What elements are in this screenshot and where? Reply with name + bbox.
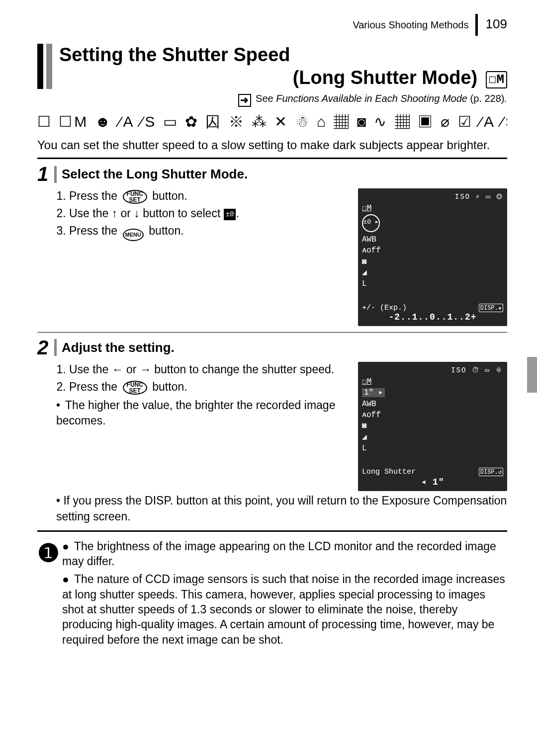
mode-icon: ☐M — [486, 71, 507, 88]
side-tab — [527, 357, 537, 393]
lcd-side-icons: ☐M ±0 ▸ AWB ᴀoff ◙ ◢ L — [362, 203, 503, 289]
cross-reference: ➜ See Functions Available in Each Shooti… — [37, 93, 507, 107]
lcd-footer-label: Long Shutter — [362, 468, 416, 476]
right-arrow-icon: → — [140, 363, 151, 376]
title-line2: (Long Shutter Mode) — [293, 67, 477, 88]
lcd-scale: -2..1..0..1..2+ — [362, 312, 503, 322]
substep: Press the FUNCSET button. — [69, 379, 349, 395]
step-title: Select the Long Shutter Mode. — [62, 167, 248, 182]
caution-block: ❶ The brightness of the image appearing … — [37, 539, 507, 651]
func-set-button-icon: FUNCSET — [123, 190, 147, 204]
disp-badge: DISP.↺ — [479, 468, 503, 476]
lcd-scale: ◂ 1" — [362, 476, 503, 487]
substep: Press the MENU button. — [69, 223, 349, 241]
caution-item: The nature of CCD image sensors is such … — [62, 572, 507, 647]
menu-button-icon: MENU — [123, 229, 144, 241]
substep: Use the ↑ or ↓ button to select ±0. — [69, 206, 349, 221]
arrow-icon: ➜ — [238, 94, 251, 107]
caution-icon: ❶ — [37, 539, 62, 651]
note-bullet: • If you press the DISP. button at this … — [56, 493, 507, 524]
left-arrow-icon: ← — [112, 363, 123, 376]
disp-badge: DISP.★ — [479, 304, 503, 312]
page-title: Setting the Shutter Speed (Long Shutter … — [59, 44, 507, 89]
ref-prefix: See — [256, 93, 273, 104]
step-accent — [54, 339, 57, 356]
step-text: Press the FUNCSET button. Use the ↑ or ↓… — [37, 188, 349, 326]
running-header: Various Shooting Methods 109 — [37, 15, 507, 37]
lcd-screenshot-2: ISO ⏱ ▭ ⏣ ☐M 1" ▸ AWB ᴀoff ◙ ◢ L DISP.↺ … — [358, 362, 507, 492]
lcd-top-icons: ISO ⏱ ▭ ⏣ — [362, 366, 503, 374]
up-arrow-icon: ↑ — [112, 207, 118, 220]
down-arrow-icon: ↓ — [134, 207, 140, 220]
section-name: Various Shooting Methods — [353, 19, 468, 30]
step-2: 2 Adjust the setting. Use the ← or → but… — [37, 333, 507, 532]
title-accent-bar — [37, 44, 43, 89]
substep: Press the FUNCSET button. — [69, 188, 349, 204]
step-number: 1 — [37, 163, 54, 185]
step-accent — [54, 166, 57, 183]
lcd-footer-label: +/- (Exp.) — [362, 304, 407, 312]
step-number: 2 — [37, 336, 54, 359]
title-line1: Setting the Shutter Speed — [59, 44, 290, 65]
lcd-top-icons: ISO ⚡ ▭ ⏣ — [362, 192, 503, 201]
note-bullet: The higher the value, the brighter the r… — [56, 398, 349, 428]
lcd-highlight-circle: ±0 ▸ — [362, 214, 380, 232]
caution-item: The brightness of the image appearing on… — [62, 539, 507, 569]
mode-icon-strip: ☐ ☐M ☻ ⁄A ⁄S ▭ ✿ 囚 ※ ⁂ ✕ ☃ ⌂ ▦ ◙ ∿ ▦ ▣ ⌀… — [37, 112, 507, 132]
func-set-button-icon: FUNCSET — [123, 381, 147, 395]
step-title: Adjust the setting. — [62, 340, 175, 355]
title-accent-bar-2 — [46, 44, 52, 89]
lcd-screenshot-1: ISO ⚡ ▭ ⏣ ☐M ±0 ▸ AWB ᴀoff ◙ ◢ L DISP.★ … — [358, 188, 507, 326]
lcd-side-icons: ☐M 1" ▸ AWB ᴀoff ◙ ◢ L — [362, 376, 503, 454]
steps-container: 1 Select the Long Shutter Mode. Press th… — [37, 158, 507, 531]
ref-page: (p. 228) — [470, 93, 505, 104]
intro-text: You can set the shutter speed to a slow … — [37, 137, 507, 153]
page-number: 109 — [486, 16, 507, 31]
step-text: Use the ← or → button to change the shut… — [37, 362, 349, 492]
header-divider — [475, 14, 478, 36]
page-title-block: Setting the Shutter Speed (Long Shutter … — [37, 44, 507, 89]
substep: Use the ← or → button to change the shut… — [69, 362, 349, 377]
step-1: 1 Select the Long Shutter Mode. Press th… — [37, 159, 507, 332]
ref-text: Functions Available in Each Shooting Mod… — [276, 93, 467, 104]
ev-icon: ±0 — [224, 209, 236, 220]
manual-page: Various Shooting Methods 109 Setting the… — [0, 0, 537, 680]
